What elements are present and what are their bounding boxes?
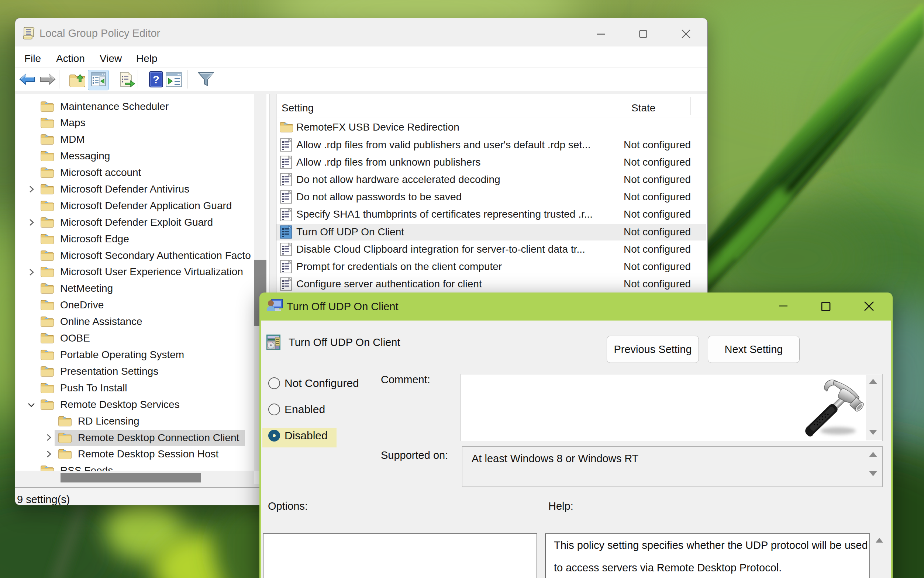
svg-text:?: ? [153, 73, 159, 86]
